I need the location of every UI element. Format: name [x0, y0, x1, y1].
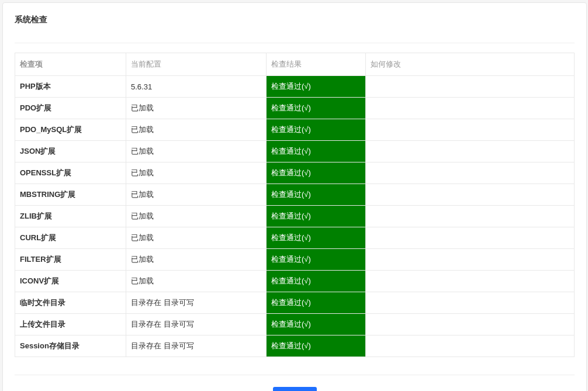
cell-result: 检查通过(√): [267, 271, 366, 292]
cell-result: 检查通过(√): [267, 227, 366, 249]
table-row: Session存储目录目录存在 目录可写检查通过(√): [15, 335, 575, 357]
cell-howto: [366, 119, 575, 141]
next-button[interactable]: 下一步: [273, 387, 317, 391]
check-table: 检查项 当前配置 检查结果 如何修改 PHP版本5.6.31检查通过(√)PDO…: [15, 53, 575, 357]
status-badge: 检查通过(√): [267, 76, 365, 97]
cell-result: 检查通过(√): [267, 314, 366, 335]
cell-item: MBSTRING扩展: [15, 184, 126, 206]
status-badge: 检查通过(√): [267, 292, 365, 313]
cell-item: PDO扩展: [15, 98, 126, 119]
cell-result: 检查通过(√): [267, 249, 366, 271]
header-howto: 如何修改: [366, 53, 575, 76]
cell-item: ICONV扩展: [15, 271, 126, 292]
status-badge: 检查通过(√): [267, 314, 365, 335]
cell-item: 临时文件目录: [15, 292, 126, 314]
cell-result: 检查通过(√): [267, 119, 366, 141]
status-badge: 检查通过(√): [267, 271, 365, 292]
status-badge: 检查通过(√): [267, 206, 365, 227]
page-title: 系统检查: [15, 15, 575, 25]
button-row: 下一步: [15, 387, 575, 391]
table-row: PHP版本5.6.31检查通过(√): [15, 76, 575, 98]
table-row: JSON扩展已加载检查通过(√): [15, 141, 575, 162]
cell-config: 已加载: [126, 184, 267, 206]
cell-config: 目录存在 目录可写: [126, 335, 267, 357]
status-badge: 检查通过(√): [267, 184, 365, 205]
cell-config: 已加载: [126, 119, 267, 141]
cell-result: 检查通过(√): [267, 184, 366, 206]
table-row: MBSTRING扩展已加载检查通过(√): [15, 184, 575, 206]
cell-config: 已加载: [126, 249, 267, 271]
status-badge: 检查通过(√): [267, 98, 365, 119]
cell-result: 检查通过(√): [267, 292, 366, 314]
status-badge: 检查通过(√): [267, 227, 365, 248]
cell-item: 上传文件目录: [15, 314, 126, 335]
cell-howto: [366, 335, 575, 357]
cell-config: 目录存在 目录可写: [126, 292, 267, 314]
cell-config: 已加载: [126, 227, 267, 249]
cell-result: 检查通过(√): [267, 141, 366, 162]
status-badge: 检查通过(√): [267, 249, 365, 270]
status-badge: 检查通过(√): [267, 335, 365, 357]
cell-config: 已加载: [126, 98, 267, 119]
cell-item: OPENSSL扩展: [15, 162, 126, 184]
cell-howto: [366, 292, 575, 314]
table-row: PDO扩展已加载检查通过(√): [15, 98, 575, 119]
table-row: CURL扩展已加载检查通过(√): [15, 227, 575, 249]
cell-item: JSON扩展: [15, 141, 126, 162]
cell-result: 检查通过(√): [267, 335, 366, 357]
table-row: 上传文件目录目录存在 目录可写检查通过(√): [15, 314, 575, 335]
cell-howto: [366, 271, 575, 292]
cell-howto: [366, 227, 575, 249]
top-divider: [15, 43, 575, 43]
cell-result: 检查通过(√): [267, 162, 366, 184]
cell-item: PHP版本: [15, 76, 126, 98]
cell-item: FILTER扩展: [15, 249, 126, 271]
cell-howto: [366, 141, 575, 162]
table-row: PDO_MySQL扩展已加载检查通过(√): [15, 119, 575, 141]
system-check-card: 系统检查 检查项 当前配置 检查结果 如何修改 PHP版本5.6.31检查通过(…: [2, 2, 587, 391]
table-row: FILTER扩展已加载检查通过(√): [15, 249, 575, 271]
cell-config: 5.6.31: [126, 76, 267, 98]
status-badge: 检查通过(√): [267, 119, 365, 140]
cell-config: 目录存在 目录可写: [126, 314, 267, 335]
bottom-divider: [15, 375, 575, 375]
cell-howto: [366, 162, 575, 184]
table-row: ICONV扩展已加载检查通过(√): [15, 271, 575, 292]
cell-config: 已加载: [126, 271, 267, 292]
cell-config: 已加载: [126, 141, 267, 162]
cell-howto: [366, 98, 575, 119]
table-header-row: 检查项 当前配置 检查结果 如何修改: [15, 53, 575, 76]
table-row: ZLIB扩展已加载检查通过(√): [15, 206, 575, 227]
cell-howto: [366, 249, 575, 271]
cell-howto: [366, 76, 575, 98]
cell-config: 已加载: [126, 162, 267, 184]
cell-howto: [366, 184, 575, 206]
cell-item: PDO_MySQL扩展: [15, 119, 126, 141]
cell-item: Session存储目录: [15, 335, 126, 357]
status-badge: 检查通过(√): [267, 141, 365, 162]
cell-result: 检查通过(√): [267, 206, 366, 227]
status-badge: 检查通过(√): [267, 162, 365, 184]
cell-howto: [366, 314, 575, 335]
table-row: 临时文件目录目录存在 目录可写检查通过(√): [15, 292, 575, 314]
cell-result: 检查通过(√): [267, 76, 366, 98]
cell-item: CURL扩展: [15, 227, 126, 249]
cell-config: 已加载: [126, 206, 267, 227]
cell-howto: [366, 206, 575, 227]
cell-result: 检查通过(√): [267, 98, 366, 119]
header-item: 检查项: [15, 53, 126, 76]
table-row: OPENSSL扩展已加载检查通过(√): [15, 162, 575, 184]
header-config: 当前配置: [126, 53, 267, 76]
header-result: 检查结果: [267, 53, 366, 76]
cell-item: ZLIB扩展: [15, 206, 126, 227]
